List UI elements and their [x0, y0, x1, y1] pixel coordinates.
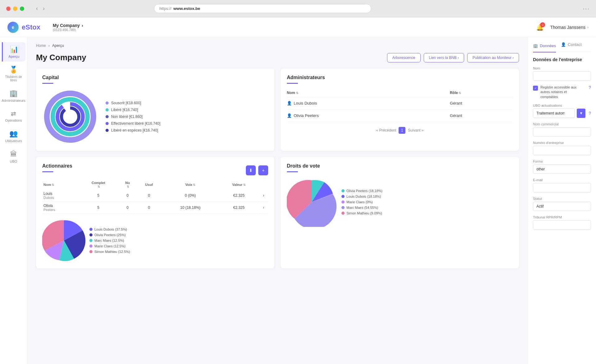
minimize-traffic-light[interactable] [13, 7, 17, 11]
capital-title: Capital [42, 75, 268, 80]
sh-complet-1: 5 [78, 202, 119, 214]
sh-col-valeur: Valeur⇅ [219, 180, 259, 190]
email-input[interactable] [533, 183, 591, 192]
numero-input[interactable] [533, 146, 591, 155]
sh-nu-1: 0 [119, 202, 136, 214]
page-number[interactable]: 1 [399, 127, 405, 134]
tab-contact[interactable]: 👤 Contact [561, 42, 582, 49]
sidebar-item-administrateurs[interactable]: 🏢 Administrateurs [2, 86, 25, 106]
numero-field: Numéro d'entreprise [533, 141, 591, 155]
sh-col-nom: Nom⇅ [42, 180, 78, 190]
company-info[interactable]: My Company › (0123.456.789) [53, 23, 83, 32]
sidebar-item-utilisateurs[interactable]: 👥 Utilisateurs [2, 127, 25, 146]
vote-pie-chart [287, 177, 336, 227]
breadcrumb-home[interactable]: Home [36, 43, 46, 48]
forme-input[interactable] [533, 164, 591, 174]
download-button[interactable]: ⬇ [246, 165, 256, 175]
admin-col-nom: Nom⇅ [287, 89, 450, 97]
nom-field: Nom [533, 66, 591, 81]
logo-area: e eStox [7, 22, 40, 33]
droits-vote-card: Droits de vote [281, 157, 519, 268]
capital-content: Souscrit [€18.600] Libéré [€16.740] Non … [42, 89, 268, 145]
capital-card: Capital [36, 69, 274, 151]
legend-label-souscrit: Souscrit [€18.600] [111, 101, 141, 105]
legend-dot-non-libere [106, 115, 109, 118]
actionnaires-pie-chart [42, 219, 86, 262]
pie-legend-marie: Marie Claes (12.5%) [89, 244, 130, 248]
url-protocol: https:// [159, 6, 171, 11]
vote-pie-legend: Olivia Peeters (18.18%) Louis Dubois (18… [341, 189, 382, 215]
ubo-icon: 🏛 [10, 150, 17, 158]
sh-valeur-0: €2.325 [219, 190, 259, 202]
tribunal-label: Tribunal RPR/RPM [533, 215, 591, 219]
sidebar-item-operations[interactable]: ⇄ Opérations [2, 107, 25, 125]
actionnaires-actions: ⬇ + [246, 165, 268, 175]
contact-label: Contact [568, 42, 582, 47]
traffic-lights [6, 7, 24, 11]
capital-legend: Souscrit [€18.600] Libéré [€16.740] Non … [106, 101, 160, 133]
bnb-button[interactable]: Lien vers la BNB › [424, 53, 464, 62]
tab-donnees[interactable]: 🏢 Données [533, 42, 556, 52]
person-icon-1: 👤 [287, 113, 292, 118]
app-body: 📊 Aperçu 🏅 Titulaires de titres 🏢 Admini… [0, 37, 596, 364]
statut-field: Statut [533, 197, 591, 211]
svg-point-3 [61, 108, 79, 125]
admin-col-role: Rôle⇅ [450, 89, 513, 97]
forme-field: Forme [533, 160, 591, 174]
close-traffic-light[interactable] [6, 7, 11, 11]
ubo-dropdown-button[interactable]: ▼ [577, 109, 585, 118]
moniteur-button[interactable]: Publication au Moniteur › [467, 53, 519, 62]
sh-arrow-0[interactable]: › [259, 190, 268, 202]
tribunal-input[interactable] [533, 220, 591, 230]
ubo-help-icon[interactable]: ? [589, 111, 591, 116]
donnees-label: Données [540, 43, 556, 48]
vote-legend-marie: Marie Claes (0%) [341, 200, 382, 204]
sidebar-item-apercu[interactable]: 📊 Aperçu [2, 42, 25, 61]
main-content: Home › Aperçu My Company Arborescence Li… [27, 37, 528, 364]
browser-menu[interactable]: ··· [583, 5, 590, 12]
arborescence-button[interactable]: Arborescence [387, 53, 421, 62]
sh-name-0: Louis Dubois [42, 190, 78, 202]
breadcrumb: Home › Aperçu [36, 43, 519, 48]
address-bar[interactable]: https:// www.estox.be [154, 4, 371, 13]
sh-arrow-1[interactable]: › [259, 202, 268, 214]
actionnaires-card: Actionnaires ⬇ + Nom⇅ Complet⇅ [36, 157, 274, 268]
registre-help-icon[interactable]: ? [589, 85, 591, 90]
admin-role-0: Gérant [450, 97, 513, 110]
nom-commercial-input[interactable] [533, 127, 591, 137]
admin-row-0: 👤Louis Dubois Gérant [287, 97, 513, 110]
legend-dot-libere [106, 108, 109, 111]
maximize-traffic-light[interactable] [20, 7, 24, 11]
back-button[interactable]: ‹ [34, 5, 40, 12]
email-label: E-mail [533, 178, 591, 182]
page-title: My Company [36, 53, 86, 62]
sidebar-label-utilisateurs: Utilisateurs [5, 139, 22, 143]
ubo-row: ▼ ? [533, 109, 591, 118]
logo-icon: e [7, 22, 19, 33]
header-actions: Arborescence Lien vers la BNB › Publicat… [387, 53, 519, 62]
legend-label-libere: Libéré [€16.740] [111, 108, 138, 112]
admin-title: Administrateurs [287, 75, 513, 80]
shareholders-table: Nom⇅ Complet⇅ Nu⇅ Usuf Voix⇅ Valeur⇅ [42, 180, 268, 214]
ubo-select-wrap [533, 109, 575, 118]
sh-col-complet: Complet⇅ [78, 180, 119, 190]
user-name: Thomas Janssens [550, 25, 585, 30]
legend-dot-libere-especes [106, 129, 109, 132]
add-shareholder-button[interactable]: + [258, 165, 268, 175]
sidebar-item-titulaires[interactable]: 🏅 Titulaires de titres [2, 63, 25, 85]
statut-input[interactable] [533, 202, 591, 211]
pie-legend-simon: Simon Mathieu (12.5%) [89, 250, 130, 254]
sidebar-item-ubo[interactable]: 🏛 UBO [2, 147, 25, 166]
pagination: « Précédent 1 Suivant » [287, 127, 513, 134]
ubo-field: UBO actualisations ▼ ? [533, 104, 591, 118]
nom-input[interactable] [533, 71, 591, 81]
next-page[interactable]: Suivant » [408, 128, 423, 133]
ubo-input[interactable] [533, 109, 575, 118]
admin-row-1: 👤Olivia Peeters Gérant [287, 110, 513, 122]
forward-button[interactable]: › [41, 5, 47, 12]
registre-checkbox[interactable]: ✓ [533, 86, 538, 91]
user-menu[interactable]: Thomas Janssens › [550, 25, 589, 30]
notification-button[interactable]: 🔔 0 [536, 24, 544, 31]
pie-legend-marc: Marc Maes (12.5%) [89, 239, 130, 242]
prev-page[interactable]: « Précédent [376, 128, 396, 133]
